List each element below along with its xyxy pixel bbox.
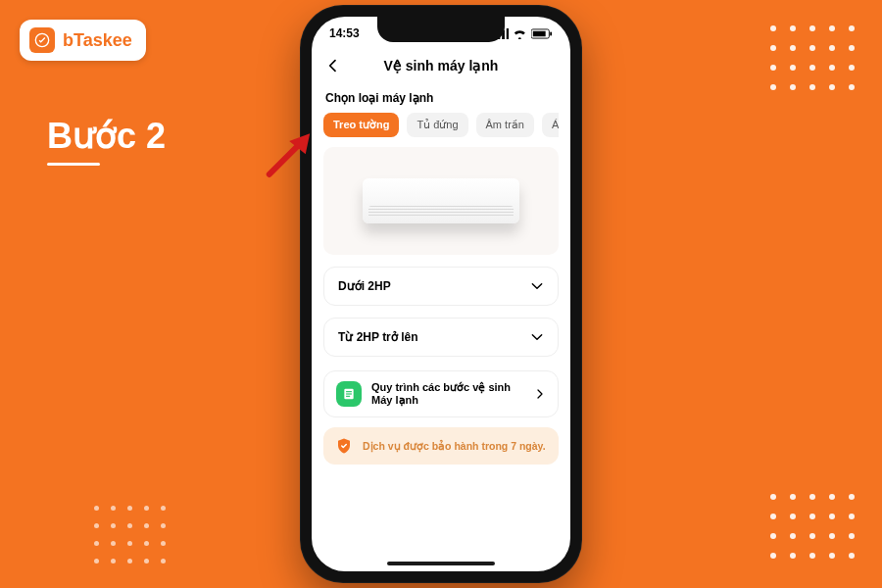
ac-type-tabs: Treo tường Tủ đứng Âm trần Áp trần xyxy=(323,113,559,137)
warranty-text: Dịch vụ được bảo hành trong 7 ngày. xyxy=(363,440,546,452)
chip-ceiling-cassette[interactable]: Âm trần xyxy=(476,113,534,137)
battery-icon xyxy=(531,28,553,39)
warranty-banner: Dịch vụ được bảo hành trong 7 ngày. xyxy=(323,427,559,465)
shield-icon xyxy=(335,437,353,455)
capacity-option[interactable]: Từ 2HP trở lên xyxy=(323,318,559,357)
status-time: 14:53 xyxy=(329,26,360,40)
phone-screen: 14:53 Vệ sinh máy lạnh Chọn loại máy lạn… xyxy=(312,17,570,571)
content-area: Chọn loại máy lạnh Treo tường Tủ đứng Âm… xyxy=(312,81,570,571)
svg-rect-6 xyxy=(507,28,510,39)
chevron-down-icon xyxy=(530,330,544,344)
option-label: Dưới 2HP xyxy=(338,279,391,293)
process-link[interactable]: Quy trình các bước vệ sinh Máy lạnh xyxy=(323,370,559,417)
chip-wall-mounted[interactable]: Treo tường xyxy=(323,113,399,137)
svg-rect-12 xyxy=(346,393,352,394)
brand-logo: bTaskee xyxy=(20,20,146,61)
process-link-label: Quy trình các bước vệ sinh Máy lạnh xyxy=(371,381,524,407)
page-title: Vệ sinh máy lạnh xyxy=(384,58,499,74)
home-indicator[interactable] xyxy=(387,562,495,565)
ac-preview xyxy=(323,147,559,255)
nav-bar: Vệ sinh máy lạnh xyxy=(312,50,570,81)
chevron-left-icon xyxy=(325,58,341,74)
svg-rect-8 xyxy=(533,30,546,36)
section-title: Chọn loại máy lạnh xyxy=(325,91,557,105)
brand-mark-icon xyxy=(29,27,55,53)
chevron-right-icon xyxy=(534,388,546,400)
decorative-dots xyxy=(770,494,855,559)
brand-name: bTaskee xyxy=(63,30,132,51)
ac-unit-illustration xyxy=(363,178,519,223)
svg-rect-13 xyxy=(346,396,350,397)
step-underline xyxy=(47,163,100,166)
decorative-dots xyxy=(770,25,855,90)
svg-rect-9 xyxy=(550,31,552,35)
chip-standing[interactable]: Tủ đứng xyxy=(407,113,467,137)
decorative-dots xyxy=(94,506,166,564)
option-label: Từ 2HP trở lên xyxy=(338,330,417,344)
chip-ceiling-suspended[interactable]: Áp trần xyxy=(542,113,559,137)
capacity-option[interactable]: Dưới 2HP xyxy=(323,267,559,306)
phone-notch xyxy=(377,17,505,42)
svg-rect-11 xyxy=(346,391,352,392)
chevron-down-icon xyxy=(530,279,544,293)
wifi-icon xyxy=(513,28,527,39)
step-label: Bước 2 xyxy=(47,116,166,157)
back-button[interactable] xyxy=(321,54,345,77)
checklist-icon xyxy=(336,381,362,407)
phone-frame: 14:53 Vệ sinh máy lạnh Chọn loại máy lạn… xyxy=(300,5,582,583)
